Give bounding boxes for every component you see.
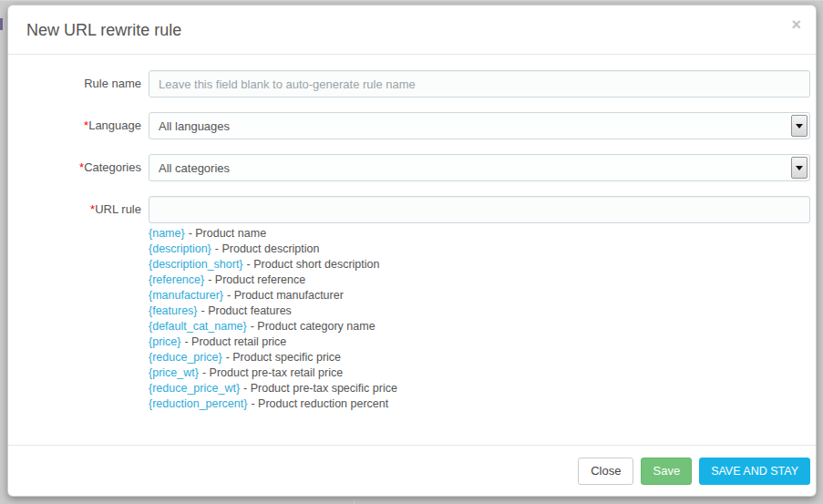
dropdown-button [791, 115, 808, 137]
token-help-item: {default_cat_name}- Product category nam… [149, 319, 810, 334]
rule-name-input[interactable] [149, 70, 810, 98]
token-name: {manufacturer} [149, 289, 223, 302]
close-icon[interactable]: × [791, 16, 801, 33]
modal-body: Rule name *Language All languages *Categ… [8, 55, 816, 412]
token-help-item: {reduce_price_wt}- Product pre-tax speci… [149, 381, 810, 396]
token-help-item: {description}- Product description [149, 242, 810, 257]
token-name: {reference} [149, 273, 204, 286]
page-behind-strip [0, 0, 823, 1]
url-rule-label: *URL rule [26, 196, 141, 223]
token-name: {price_wt} [149, 366, 199, 379]
token-help-item: {reference}- Product reference [149, 273, 810, 288]
modal-title: New URL rewrite rule [26, 19, 797, 41]
token-name: {description_short} [149, 258, 243, 271]
categories-label: *Categories [26, 154, 141, 181]
token-help-item: {description_short}- Product short descr… [149, 257, 810, 273]
modal-header: New URL rewrite rule × [8, 5, 816, 55]
caret-down-icon [796, 166, 803, 170]
token-name: {features} [149, 304, 198, 317]
close-button[interactable]: Close [578, 458, 633, 485]
token-name: {description} [149, 242, 211, 255]
token-name: {price} [149, 335, 180, 348]
token-name: {reduce_price} [149, 351, 222, 364]
language-row: *Language All languages [26, 112, 810, 139]
url-rule-row: *URL rule {name}- Product name {descript… [26, 196, 810, 412]
save-and-stay-button[interactable]: SAVE AND STAY [699, 458, 810, 485]
categories-select[interactable]: All categories [149, 154, 810, 181]
token-help-item: {name}- Product name [149, 226, 810, 242]
dropdown-button [791, 157, 808, 179]
token-help-item: {price_wt}- Product pre-tax retail price [149, 365, 810, 381]
language-label: *Language [26, 112, 141, 139]
caret-down-icon [796, 124, 803, 129]
token-help-item: {manufacturer}- Product manufacturer [149, 288, 810, 303]
token-help-list: {name}- Product name {description}- Prod… [149, 226, 810, 412]
url-rule-input[interactable] [149, 196, 810, 223]
language-select[interactable]: All languages [149, 112, 810, 139]
token-help-item: {reduction_percent}- Product reduction p… [149, 396, 810, 412]
rule-name-row: Rule name [26, 70, 810, 98]
categories-row: *Categories All categories [26, 154, 810, 181]
modal-footer: Close Save SAVE AND STAY [8, 445, 816, 496]
token-name: {reduce_price_wt} [149, 382, 240, 395]
url-rewrite-rule-modal: New URL rewrite rule × Rule name *Langua… [7, 5, 817, 497]
token-help-item: {reduce_price}- Product specific price [149, 350, 810, 365]
save-button[interactable]: Save [641, 458, 692, 485]
language-select-value: All languages [159, 119, 230, 133]
token-help-item: {features}- Product features [149, 303, 810, 319]
token-name: {default_cat_name} [149, 320, 247, 333]
page-behind-sidebar-fragment [0, 18, 3, 30]
page-behind-divider [354, 499, 355, 504]
token-name: {name} [149, 227, 185, 240]
token-name: {reduction_percent} [149, 397, 247, 410]
categories-select-value: All categories [159, 161, 230, 175]
token-help-item: {price}- Product retail price [149, 334, 810, 350]
rule-name-label: Rule name [26, 70, 141, 98]
